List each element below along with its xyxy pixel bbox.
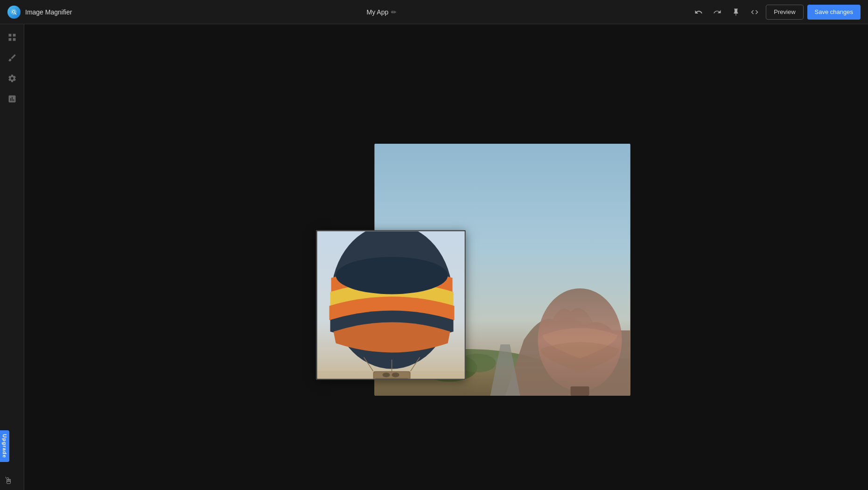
main-canvas[interactable] [24, 24, 868, 490]
redo-button[interactable] [710, 5, 725, 20]
pin-button[interactable] [728, 5, 743, 20]
sidebar-item-pages[interactable] [3, 28, 21, 47]
topbar-actions: Preview Save changes [691, 5, 861, 20]
undo-button[interactable] [691, 5, 706, 20]
app-logo [7, 6, 21, 19]
svg-point-2 [11, 9, 16, 14]
cursor-indicator: 🖱 [4, 476, 13, 486]
magnifier-overlay[interactable] [316, 230, 466, 379]
plugin-name: Image Magnifier [25, 8, 72, 16]
svg-rect-9 [571, 386, 589, 396]
topbar-center: My App ✏ [367, 8, 397, 16]
sidebar-item-settings[interactable] [3, 69, 21, 88]
sidebar [0, 0, 24, 490]
canvas-content [24, 24, 868, 490]
app-name-label: My App [367, 8, 389, 16]
svg-rect-21 [317, 371, 466, 379]
save-changes-button[interactable]: Save changes [807, 5, 861, 20]
sidebar-item-analytics[interactable] [3, 90, 21, 108]
svg-point-12 [336, 257, 448, 294]
code-button[interactable] [747, 5, 762, 20]
sidebar-item-edit[interactable] [3, 49, 21, 67]
edit-app-name-icon[interactable]: ✏ [391, 8, 397, 16]
top-bar: Image Magnifier My App ✏ Preview Save ch… [0, 0, 868, 24]
upgrade-button[interactable]: Upgrade [0, 430, 9, 462]
topbar-left: Image Magnifier [7, 6, 72, 19]
preview-button[interactable]: Preview [766, 5, 803, 20]
